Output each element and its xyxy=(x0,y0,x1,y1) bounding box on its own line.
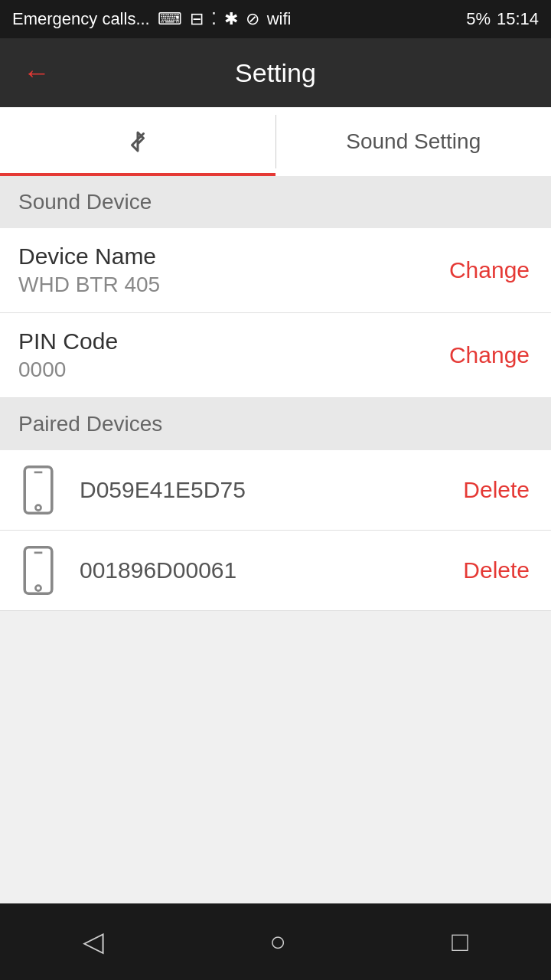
device-name-label: Device Name xyxy=(18,243,160,270)
main-content: Sound Device Device Name WHD BTR 405 Cha… xyxy=(0,176,551,903)
delete-device-1-button[interactable]: Delete xyxy=(460,471,533,509)
nav-back-button[interactable]: ◁ xyxy=(60,918,127,965)
dots-icon: ⁚ xyxy=(211,9,217,29)
pin-code-value: 0000 xyxy=(18,358,118,382)
page-title: Setting xyxy=(58,58,493,88)
device-name-change-button[interactable]: Change xyxy=(446,251,533,289)
pin-code-change-button[interactable]: Change xyxy=(446,336,533,374)
device-name-value: WHD BTR 405 xyxy=(18,273,160,297)
tab-indicator xyxy=(0,173,276,176)
paired-device-2: 001896D00061 Delete xyxy=(0,531,551,611)
back-button[interactable]: ← xyxy=(15,51,58,94)
status-carrier: Emergency calls... ⌨ ⊟ ⁚ ✱ ⊘ wifi xyxy=(12,9,292,29)
device-name-item: Device Name WHD BTR 405 Change xyxy=(0,228,551,313)
svg-point-5 xyxy=(35,586,41,591)
paired-device-1-name: D059E41E5D75 xyxy=(80,477,460,503)
phone-icon-2 xyxy=(18,546,58,595)
svg-point-2 xyxy=(35,505,41,511)
section-paired-devices: Paired Devices xyxy=(0,398,551,450)
battery-text: 5% xyxy=(466,9,491,29)
nav-home-button[interactable]: ○ xyxy=(246,918,309,965)
carrier-text: Emergency calls... xyxy=(12,9,150,29)
clock: 15:14 xyxy=(497,9,539,29)
paired-device-2-name: 001896D00061 xyxy=(80,557,460,583)
phone-icon-1 xyxy=(18,466,58,514)
nav-recent-button[interactable]: □ xyxy=(429,918,491,965)
paired-device-1: D059E41E5D75 Delete xyxy=(0,450,551,531)
signal-icon: ⊘ xyxy=(246,9,259,29)
status-bar: Emergency calls... ⌨ ⊟ ⁚ ✱ ⊘ wifi 5% 15:… xyxy=(0,0,551,38)
bluetooth-status-icon: ✱ xyxy=(224,9,238,29)
svg-rect-0 xyxy=(24,467,52,513)
tab-sound[interactable]: Sound Setting xyxy=(276,107,552,176)
app-bar: ← Setting xyxy=(0,38,551,107)
usb-icon: ⌨ xyxy=(158,9,182,29)
tab-bar: Sound Setting xyxy=(0,107,551,176)
status-right: 5% 15:14 xyxy=(466,9,539,29)
pin-code-item: PIN Code 0000 Change xyxy=(0,313,551,398)
svg-rect-3 xyxy=(24,547,52,593)
nav-bar: ◁ ○ □ xyxy=(0,903,551,980)
wifi-icon: wifi xyxy=(267,9,292,29)
bluetooth-icon xyxy=(124,125,152,158)
delete-device-2-button[interactable]: Delete xyxy=(460,551,533,590)
section-sound-device: Sound Device xyxy=(0,176,551,228)
pin-code-label: PIN Code xyxy=(18,328,118,354)
tab-sound-label: Sound Setting xyxy=(346,129,481,154)
tab-bluetooth[interactable] xyxy=(0,107,276,176)
cast-icon: ⊟ xyxy=(190,9,204,29)
